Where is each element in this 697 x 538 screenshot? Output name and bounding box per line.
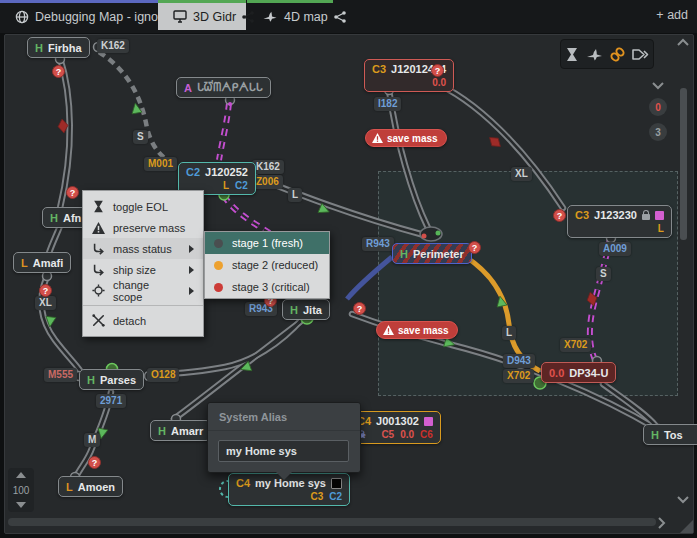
edge-label-xl2[interactable]: XL	[35, 296, 56, 310]
edge-label-m[interactable]: M	[84, 433, 100, 447]
static-label: C2	[235, 180, 248, 191]
save-mass-label: save mass	[387, 133, 438, 144]
scroll-right-icon[interactable]	[658, 516, 666, 530]
scroll-up-icon[interactable]	[676, 38, 690, 46]
ship-filter-icon[interactable]	[586, 47, 603, 62]
tab-4d-map[interactable]: 4D map	[247, 0, 333, 30]
vertical-scrollbar[interactable]	[680, 88, 687, 240]
zoom-level: 100	[13, 485, 30, 496]
edge-label-z006[interactable]: Z006	[252, 175, 283, 189]
save-mass-badge[interactable]: save mass	[365, 129, 447, 147]
menu-item-toggle-eol[interactable]: toggle EOL	[83, 196, 203, 217]
status-unknown-icon[interactable]: ?	[353, 302, 366, 315]
edge-label-m001[interactable]: M001	[144, 157, 177, 171]
connection-link-icon[interactable]	[610, 47, 625, 62]
edge-label-d943[interactable]: D943	[503, 354, 535, 368]
menu-item-ship-size[interactable]: ship size	[83, 259, 203, 280]
submenu-item-stage3[interactable]: stage 3 (critical)	[205, 276, 329, 298]
system-node-tos[interactable]: H Tos	[643, 424, 697, 445]
system-node-parses[interactable]: H Parses	[79, 369, 144, 390]
zoom-in-button[interactable]	[16, 472, 26, 478]
edge-label-i182[interactable]: I182	[374, 97, 401, 111]
status-unknown-icon[interactable]: ?	[39, 284, 52, 297]
edge-label-s[interactable]: S	[133, 130, 148, 144]
edge-label-k162b[interactable]: K162	[252, 160, 284, 174]
horizontal-scrollbar[interactable]	[8, 518, 656, 526]
tab-debugging-map[interactable]: Debugging Map - ignore	[0, 0, 158, 30]
map-tab-bar: Debugging Map - ignore 3D Gidr 4D	[0, 0, 697, 33]
class-label: C3	[372, 63, 386, 75]
edge-label-xl[interactable]: XL	[511, 167, 532, 181]
zoom-out-button[interactable]	[16, 502, 26, 508]
menu-item-detach[interactable]: detach	[83, 310, 203, 331]
static-label: C3	[310, 491, 323, 502]
submenu-item-stage2[interactable]: stage 2 (reduced)	[205, 254, 329, 276]
menu-item-label: preserve mass	[113, 222, 185, 234]
scroll-down-icon[interactable]	[676, 496, 690, 504]
menu-item-preserve-mass[interactable]: preserve mass	[83, 217, 203, 238]
lock-icon	[642, 214, 650, 220]
class-label: C2	[186, 166, 200, 178]
system-node-amarr[interactable]: H Amarr	[150, 420, 211, 441]
status-unknown-icon[interactable]: ?	[553, 209, 566, 222]
status-unknown-icon[interactable]: ?	[88, 456, 101, 469]
edge-label-x702[interactable]: X702	[560, 338, 591, 352]
hourglass-filter-icon[interactable]	[565, 47, 579, 62]
system-node-amafi[interactable]: L Amafi	[13, 252, 71, 273]
mass-status: 0.0	[400, 429, 414, 440]
static-label: C2	[329, 491, 342, 502]
edge-label-k162[interactable]: K162	[97, 39, 129, 53]
system-node-trig[interactable]: A ᒐᘺᗰᗅᑭᗅᒐᒐ	[176, 77, 271, 98]
edge-label-l2[interactable]: L	[502, 326, 516, 340]
edge-label-r943[interactable]: R943	[362, 237, 394, 251]
stage2-dot-icon	[214, 261, 223, 270]
edge-label-a009[interactable]: A009	[599, 242, 631, 256]
menu-item-label: mass status	[113, 243, 172, 255]
system-node-dp34u[interactable]: 0.0 DP34-U	[541, 362, 616, 383]
status-unknown-icon[interactable]: ?	[66, 186, 79, 199]
menu-item-mass-status[interactable]: mass status	[83, 238, 203, 259]
system-node-amoen[interactable]: L Amoen	[58, 476, 123, 497]
edge-label-s2[interactable]: S	[596, 267, 611, 281]
system-node-firbha[interactable]: H Firbha	[27, 37, 90, 58]
counter-badge-gray[interactable]: 3	[649, 123, 667, 141]
tab-3d-gidr[interactable]: 3D Gidr	[158, 0, 246, 30]
globe-icon	[15, 10, 29, 24]
redirect-icon	[92, 263, 105, 276]
submenu-caret-icon	[189, 287, 194, 295]
system-node-jita[interactable]: H Jita	[282, 299, 330, 320]
submenu-item-stage1[interactable]: stage 1 (fresh)	[205, 232, 329, 254]
warning-icon	[92, 222, 105, 234]
status-unknown-icon[interactable]: ?	[431, 64, 444, 77]
static-label: L	[658, 223, 664, 234]
monitor-icon	[173, 10, 187, 23]
popover-title: System Alias	[208, 403, 360, 431]
system-node-j001302[interactable]: C4 J001302 ☠ C5 0.0 C6	[349, 411, 441, 444]
system-name: Amarr	[171, 425, 203, 437]
edge-label-x702b[interactable]: X702	[503, 369, 534, 383]
collapse-chevron-icon[interactable]	[651, 82, 665, 90]
alias-input[interactable]	[218, 440, 349, 462]
edge-label-l[interactable]: L	[288, 188, 302, 202]
system-node-perimeter[interactable]: H Perimeter	[392, 243, 472, 264]
edge-label-o128[interactable]: O128	[147, 368, 179, 382]
edge-label-stack2[interactable]: D943 X702	[503, 354, 535, 383]
status-unknown-icon[interactable]: ?	[52, 65, 65, 78]
class-label: C3	[575, 209, 589, 221]
share-icon[interactable]	[334, 11, 346, 23]
system-node-j123230[interactable]: C3 J123230 L	[567, 205, 672, 238]
add-map-button[interactable]: + add	[656, 8, 688, 22]
menu-item-change-scope[interactable]: change scope	[83, 280, 203, 301]
warning-icon	[383, 325, 394, 335]
resize-handle[interactable]	[680, 520, 693, 533]
status-unknown-icon[interactable]: ?	[468, 241, 481, 254]
counter-badge-red[interactable]: 0	[649, 98, 667, 116]
tags-filter-icon[interactable]	[632, 47, 649, 62]
static-label: C5	[381, 429, 394, 440]
edge-label-m555[interactable]: M555	[44, 368, 77, 382]
save-mass-badge[interactable]: save mass	[376, 321, 458, 339]
edge-label-stack[interactable]: K162 Z006	[252, 160, 284, 189]
system-name: Tos	[664, 429, 683, 441]
system-alias-popover: System Alias	[207, 402, 361, 473]
edge-label-2971[interactable]: 2971	[96, 394, 126, 408]
